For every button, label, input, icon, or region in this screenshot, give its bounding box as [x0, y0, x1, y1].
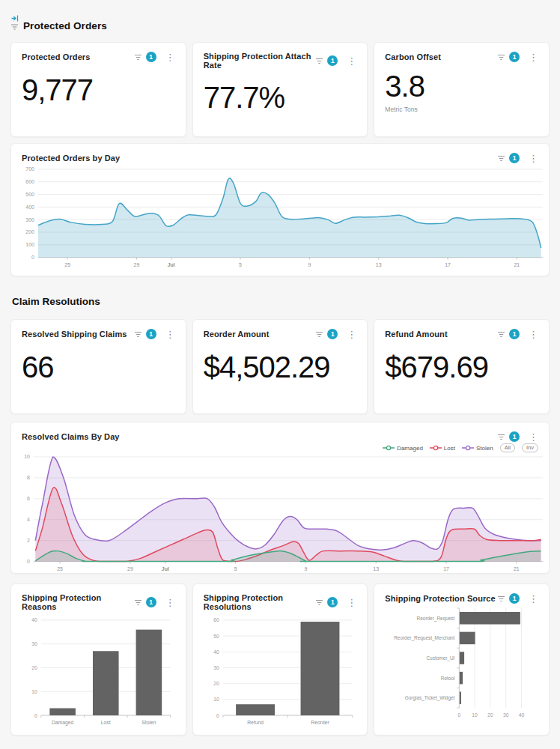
svg-text:5: 5	[239, 262, 242, 267]
svg-text:700: 700	[25, 166, 34, 172]
svg-text:6: 6	[27, 496, 30, 501]
kebab-menu-icon[interactable]: ⋮	[165, 598, 175, 607]
legend-item-damaged[interactable]: Damaged	[383, 445, 423, 452]
svg-text:200: 200	[25, 230, 34, 235]
kebab-menu-icon[interactable]: ⋮	[529, 154, 538, 163]
card-title: Resolved Claims By Day	[22, 432, 120, 441]
filter-count-badge[interactable]: 1	[509, 52, 520, 62]
svg-text:10: 10	[31, 689, 37, 694]
filter-count-badge[interactable]: 1	[509, 153, 520, 163]
svg-text:10: 10	[24, 454, 30, 459]
kpi-row-1: Protected Orders 1 ⋮ 9,777 Shipping Prot…	[10, 42, 550, 137]
svg-text:30: 30	[213, 665, 219, 670]
svg-text:0: 0	[31, 255, 34, 260]
kebab-menu-icon[interactable]: ⋮	[347, 598, 356, 607]
svg-text:10: 10	[472, 712, 478, 718]
filter-icon[interactable]	[134, 331, 142, 338]
filter-count-badge[interactable]: 1	[327, 55, 338, 66]
filter-icon[interactable]	[315, 331, 323, 338]
svg-text:0: 0	[27, 559, 30, 564]
reasons-bar-chart: 010203040DamagedLostStolen	[22, 611, 175, 733]
chart-card-resolutions: Shipping Protection Resolutions 1 ⋮ 0102…	[192, 583, 368, 736]
card-title: Shipping Protection Reasons	[22, 593, 134, 611]
svg-text:30: 30	[503, 712, 509, 718]
svg-text:600: 600	[25, 179, 34, 184]
svg-text:100: 100	[25, 242, 34, 247]
card-title: Shipping Protection Resolutions	[204, 593, 316, 611]
filter-icon[interactable]	[134, 599, 142, 606]
resolutions-bar-chart: 0102030405060RefundReorder	[204, 611, 357, 733]
svg-text:60: 60	[213, 617, 219, 622]
svg-text:21: 21	[514, 262, 520, 267]
filter-icon[interactable]	[497, 54, 505, 61]
svg-text:25: 25	[57, 566, 63, 571]
svg-text:0: 0	[34, 713, 37, 718]
svg-text:17: 17	[443, 566, 449, 571]
legend-filter-all-button[interactable]: All	[500, 443, 515, 452]
kpi-value: 9,777	[22, 73, 175, 107]
filter-icon[interactable]	[497, 434, 505, 440]
svg-text:29: 29	[127, 566, 133, 571]
filter-icon[interactable]	[497, 331, 505, 338]
svg-text:Stolen: Stolen	[141, 720, 156, 725]
card-title: Protected Orders	[22, 52, 90, 61]
svg-text:8: 8	[27, 475, 30, 480]
filter-count-badge[interactable]: 1	[146, 52, 156, 62]
svg-text:Reorder_Request: Reorder_Request	[417, 616, 455, 622]
orders-by-day-area-chart: 01002003004005006007002529Jul59131721	[11, 163, 549, 274]
svg-text:17: 17	[445, 262, 451, 267]
kebab-menu-icon[interactable]: ⋮	[347, 56, 356, 66]
kebab-menu-icon[interactable]: ⋮	[529, 330, 538, 339]
kebab-menu-icon[interactable]: ⋮	[529, 594, 538, 604]
resolved-claims-area-chart: 02468102529Jul59131721	[11, 452, 549, 574]
svg-text:Reorder: Reorder	[311, 720, 329, 725]
source-hbar-chart: 010203040Reorder_RequestReorder_Request_…	[385, 604, 538, 726]
svg-text:20: 20	[487, 712, 493, 718]
kpi-row-2: Resolved Shipping Claims 1 ⋮ 66 Reorder …	[10, 319, 550, 414]
filter-count-badge[interactable]: 1	[509, 329, 520, 339]
filter-count-badge[interactable]: 1	[509, 431, 520, 442]
filter-icon[interactable]	[134, 54, 142, 61]
kebab-menu-icon[interactable]: ⋮	[165, 52, 175, 62]
kpi-value: $4,502.29	[204, 351, 357, 384]
kebab-menu-icon[interactable]: ⋮	[529, 432, 538, 442]
svg-text:0: 0	[458, 712, 461, 718]
filter-count-badge[interactable]: 1	[146, 329, 156, 339]
svg-text:300: 300	[25, 217, 34, 222]
svg-text:13: 13	[373, 566, 379, 571]
chart-card-orders-by-day: Protected Orders by Day 1 ⋮ 010020030040…	[10, 143, 550, 276]
kpi-card-resolved-claims: Resolved Shipping Claims 1 ⋮ 66	[10, 319, 186, 414]
filter-icon[interactable]	[497, 595, 505, 602]
collapse-panel-icon[interactable]	[11, 15, 19, 22]
kebab-menu-icon[interactable]: ⋮	[347, 330, 356, 339]
chart-card-reasons: Shipping Protection Reasons 1 ⋮ 01020304…	[10, 583, 186, 736]
filter-lines-icon[interactable]	[10, 24, 19, 30]
svg-text:9: 9	[308, 262, 311, 267]
bottom-chart-row: Shipping Protection Reasons 1 ⋮ 01020304…	[10, 583, 550, 736]
page-title: Protected Orders	[23, 20, 107, 31]
svg-text:40: 40	[213, 649, 219, 655]
svg-text:2: 2	[27, 538, 30, 543]
filter-icon[interactable]	[315, 58, 323, 64]
svg-text:20: 20	[213, 681, 219, 686]
filter-count-badge[interactable]: 1	[146, 597, 156, 607]
legend-item-stolen[interactable]: Stolen	[462, 445, 493, 452]
legend-filter-inv-button[interactable]: Inv	[522, 443, 538, 452]
filter-count-badge[interactable]: 1	[327, 597, 338, 607]
kpi-card-protected-orders: Protected Orders 1 ⋮ 9,777	[10, 42, 186, 137]
svg-text:Reorder_Request_Merchant: Reorder_Request_Merchant	[394, 635, 454, 641]
svg-text:20: 20	[31, 665, 37, 670]
svg-text:29: 29	[134, 262, 140, 267]
card-title: Protected Orders by Day	[22, 154, 120, 163]
kebab-menu-icon[interactable]: ⋮	[165, 330, 175, 339]
svg-text:Customer_UI: Customer_UI	[427, 655, 455, 661]
svg-text:0: 0	[216, 713, 219, 718]
legend-item-lost[interactable]: Lost	[430, 445, 455, 452]
kebab-menu-icon[interactable]: ⋮	[529, 52, 538, 62]
dashboard-page: Protected Orders Protected Orders 1 ⋮ 9,…	[0, 0, 560, 749]
filter-icon[interactable]	[315, 599, 323, 606]
svg-text:Retool: Retool	[441, 676, 455, 681]
filter-count-badge[interactable]: 1	[509, 593, 520, 604]
filter-count-badge[interactable]: 1	[327, 329, 338, 339]
filter-icon[interactable]	[497, 155, 505, 162]
